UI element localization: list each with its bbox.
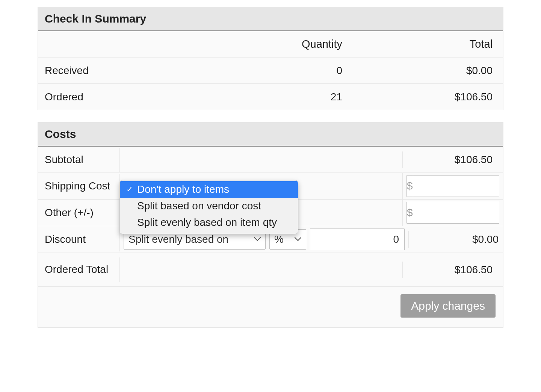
shipping-method-option-label: Split evenly based on item qty	[136, 216, 293, 229]
chevron-down-icon	[295, 237, 301, 242]
shipping-amount-cell: $	[402, 173, 503, 199]
shipping-label: Shipping Cost	[38, 174, 120, 198]
discount-unit-selected: %	[274, 233, 284, 245]
other-amount-cell: $	[402, 200, 503, 226]
summary-header-blank	[38, 32, 181, 56]
costs-row-subtotal: Subtotal $106.50	[38, 147, 503, 173]
ordered-total-mid	[120, 268, 402, 272]
costs-title: Costs	[38, 123, 503, 147]
other-amount-input[interactable]	[413, 202, 499, 223]
shipping-amount-input[interactable]	[413, 176, 499, 197]
ordered-total-label: Ordered Total	[38, 257, 120, 282]
subtotal-mid	[120, 157, 402, 162]
subtotal-label: Subtotal	[38, 148, 120, 172]
summary-header-row: Quantity Total	[38, 31, 503, 58]
summary-ordered-total: $106.50	[353, 85, 503, 109]
summary-received-quantity: 0	[181, 59, 353, 83]
summary-header-total: Total	[353, 32, 503, 56]
check-icon-placeholder	[124, 218, 136, 227]
discount-label: Discount	[38, 227, 120, 251]
summary-header-quantity: Quantity	[181, 32, 353, 56]
shipping-money-input-wrap[interactable]: $	[407, 175, 499, 197]
shipping-method-dropdown[interactable]: ✓ Don't apply to items Split based on ve…	[119, 180, 298, 234]
discount-amount: $0.00	[408, 231, 509, 248]
check-in-summary-title: Check In Summary	[38, 7, 503, 31]
costs-panel: Costs Subtotal $106.50 Shipping Cost $ O…	[38, 122, 503, 328]
currency-prefix: $	[407, 176, 413, 197]
summary-ordered-label: Ordered	[38, 85, 181, 109]
shipping-method-option[interactable]: ✓ Don't apply to items	[120, 181, 298, 198]
apply-row: Apply changes	[38, 287, 503, 328]
shipping-method-option-label: Don't apply to items	[136, 183, 293, 195]
check-in-summary-panel: Check In Summary Quantity Total Received…	[38, 7, 503, 110]
shipping-method-option[interactable]: Split based on vendor cost	[120, 198, 298, 214]
costs-row-ordered-total: Ordered Total $106.50	[38, 253, 503, 287]
currency-prefix: $	[407, 202, 413, 223]
check-icon-placeholder	[124, 201, 136, 211]
ordered-total-amount: $106.50	[402, 262, 503, 278]
summary-row-ordered: Ordered 21 $106.50	[38, 84, 503, 110]
summary-received-label: Received	[38, 59, 181, 83]
summary-received-total: $0.00	[353, 59, 503, 83]
shipping-method-option[interactable]: Split evenly based on item qty	[120, 214, 298, 231]
discount-method-selected: Split evenly based on	[128, 233, 228, 245]
chevron-down-icon	[254, 237, 261, 242]
other-money-input-wrap[interactable]: $	[407, 202, 499, 224]
apply-changes-button[interactable]: Apply changes	[400, 294, 496, 318]
other-label: Other (+/-)	[38, 201, 120, 225]
shipping-method-option-label: Split based on vendor cost	[136, 200, 293, 212]
check-icon: ✓	[124, 185, 136, 194]
subtotal-amount: $106.50	[402, 151, 503, 168]
summary-row-received: Received 0 $0.00	[38, 58, 503, 84]
discount-value-input[interactable]	[310, 229, 405, 250]
summary-ordered-quantity: 21	[181, 85, 353, 109]
